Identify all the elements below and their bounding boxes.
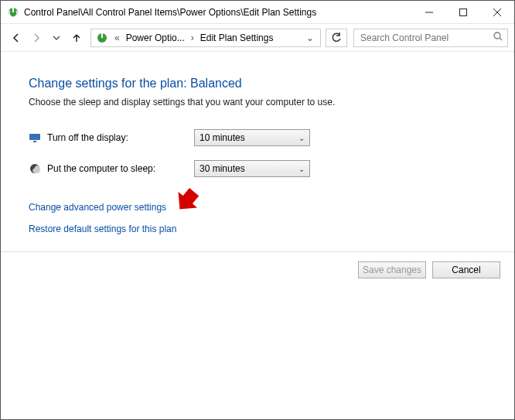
refresh-button[interactable] — [326, 29, 347, 47]
setting-row-sleep: Put the computer to sleep: 30 minutes ⌄ — [29, 160, 493, 177]
breadcrumb-icon — [96, 32, 108, 44]
sleep-timeout-dropdown[interactable]: 30 minutes ⌄ — [194, 160, 310, 177]
close-button[interactable] — [480, 1, 514, 23]
window-frame: Control Panel\All Control Panel Items\Po… — [0, 0, 515, 420]
search-box[interactable] — [353, 29, 508, 47]
setting-row-display: Turn off the display: 10 minutes ⌄ — [29, 129, 493, 146]
display-timeout-value: 10 minutes — [200, 132, 245, 143]
breadcrumb[interactable]: « Power Optio... › Edit Plan Settings ⌄ — [90, 29, 321, 47]
sleep-icon — [29, 162, 41, 175]
recent-locations-button[interactable] — [47, 29, 66, 47]
window-controls — [412, 1, 514, 23]
svg-rect-7 — [101, 33, 103, 38]
search-input[interactable] — [359, 32, 490, 44]
chevron-down-icon: ⌄ — [298, 134, 305, 142]
chevron-down-icon: ⌄ — [298, 165, 305, 173]
svg-rect-11 — [33, 141, 36, 142]
breadcrumb-prefix-chevron[interactable]: « — [111, 32, 123, 43]
chevron-right-icon: › — [188, 32, 197, 43]
navigation-bar: « Power Optio... › Edit Plan Settings ⌄ — [1, 24, 514, 52]
content-area: Change settings for the plan: Balanced C… — [1, 52, 514, 242]
display-label: Turn off the display: — [47, 132, 194, 143]
advanced-power-settings-link[interactable]: Change advanced power settings — [29, 202, 493, 213]
display-icon — [29, 131, 41, 144]
up-button[interactable] — [67, 29, 86, 47]
svg-rect-1 — [12, 8, 14, 12]
page-subtext: Choose the sleep and display settings th… — [29, 97, 493, 108]
svg-point-8 — [494, 32, 500, 39]
display-timeout-dropdown[interactable]: 10 minutes ⌄ — [194, 129, 310, 146]
page-heading: Change settings for the plan: Balanced — [29, 77, 493, 90]
sleep-timeout-value: 30 minutes — [200, 163, 245, 174]
window-title: Control Panel\All Control Panel Items\Po… — [24, 7, 412, 18]
breadcrumb-dropdown-icon[interactable]: ⌄ — [302, 32, 319, 43]
svg-line-9 — [500, 38, 502, 40]
breadcrumb-seg-power-options[interactable]: Power Optio... — [123, 29, 188, 46]
title-bar: Control Panel\All Control Panel Items\Po… — [1, 1, 514, 24]
svg-rect-10 — [29, 134, 40, 140]
breadcrumb-seg-edit-plan[interactable]: Edit Plan Settings — [197, 29, 277, 46]
sleep-label: Put the computer to sleep: — [47, 163, 194, 174]
svg-rect-3 — [460, 9, 467, 15]
back-button[interactable] — [7, 29, 26, 47]
forward-button[interactable] — [27, 29, 46, 47]
restore-defaults-link[interactable]: Restore default settings for this plan — [29, 224, 493, 234]
search-icon[interactable] — [490, 32, 503, 43]
minimize-button[interactable] — [412, 1, 446, 23]
footer-buttons: Save changes Cancel — [1, 251, 514, 288]
maximize-button[interactable] — [446, 1, 480, 23]
save-changes-button[interactable]: Save changes — [358, 261, 426, 278]
app-icon — [7, 6, 19, 19]
cancel-button[interactable]: Cancel — [432, 261, 500, 278]
